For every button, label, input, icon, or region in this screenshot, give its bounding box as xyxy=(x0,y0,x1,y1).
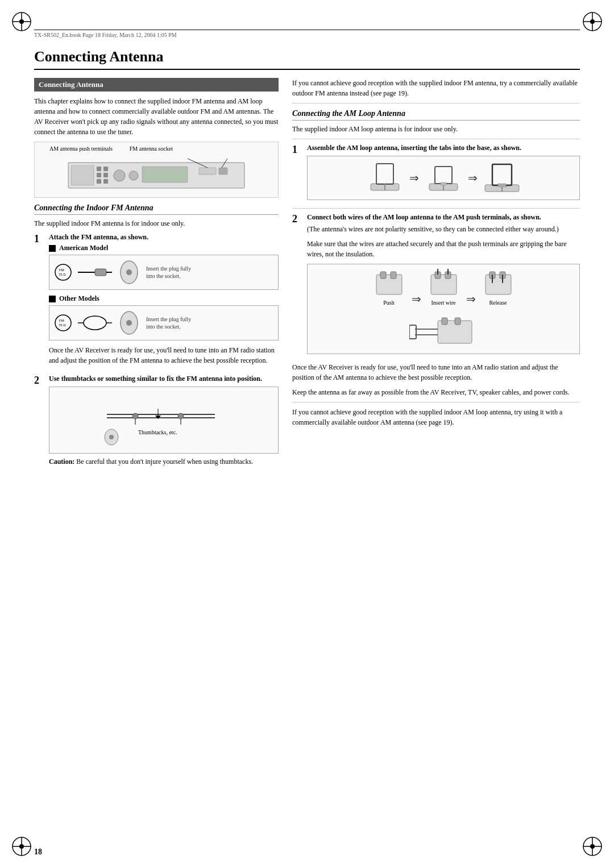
svg-point-49 xyxy=(132,413,138,419)
svg-text:Thumbtacks, etc.: Thumbtacks, etc. xyxy=(138,429,177,435)
svg-rect-71 xyxy=(391,272,396,279)
insert-wire-item: Insert wire xyxy=(428,269,459,306)
caution-bold: Caution: xyxy=(49,458,74,466)
am-step-1-number: 1 xyxy=(292,144,302,156)
right-intro-text: If you cannot achieve good reception wit… xyxy=(292,78,580,98)
black-square-american xyxy=(49,245,56,252)
svg-rect-28 xyxy=(219,168,227,175)
american-caption: Insert the plug fully into the socket. xyxy=(146,265,191,280)
step-1-number: 1 xyxy=(34,233,44,246)
am-loop-partial xyxy=(424,161,463,195)
svg-rect-68 xyxy=(498,184,506,187)
svg-rect-18 xyxy=(97,167,101,171)
step-1-content: Attach the FM antenna, as shown. America… xyxy=(49,233,279,370)
insert-wire-label: Insert wire xyxy=(431,300,455,306)
step-1-fm: 1 Attach the FM antenna, as shown. Ameri… xyxy=(34,233,279,370)
svg-text:75 Ω: 75 Ω xyxy=(59,323,66,327)
push-arrow: ⇒ xyxy=(412,292,421,306)
corner-mark-br xyxy=(581,835,604,858)
am-push-diagram: Push ⇒ xyxy=(307,264,580,354)
am-section-title: Connecting the AM Loop Antenna xyxy=(292,109,580,121)
am-step-2-note2: Make sure that the wires are attached se… xyxy=(307,239,580,259)
am-step-1: 1 Assemble the AM loop antenna, insertin… xyxy=(292,144,580,203)
assemble-arrow-2: ⇒ xyxy=(468,171,478,185)
svg-point-57 xyxy=(109,435,114,439)
push-svg xyxy=(374,269,405,297)
svg-rect-27 xyxy=(199,168,216,175)
am-intro-text: The supplied indoor AM loop antenna is f… xyxy=(292,124,580,134)
two-column-layout: Connecting Antenna This chapter explains… xyxy=(34,78,580,471)
step-2-content: Use thumbtacks or something similar to f… xyxy=(49,375,279,467)
step1-after-text: Once the AV Receiver is ready for use, y… xyxy=(49,345,279,366)
svg-rect-64 xyxy=(441,182,446,185)
am-footer-divider xyxy=(292,402,580,402)
american-model-text: American Model xyxy=(59,244,108,252)
am-connected-svg xyxy=(409,309,478,349)
fm-cable-icon-american: FM 75 Ω xyxy=(54,263,72,281)
svg-point-25 xyxy=(129,171,138,180)
fm-intro-text: The supplied indoor FM antenna is for in… xyxy=(34,218,279,229)
american-model-label: American Model xyxy=(49,244,279,252)
am-terminal-label: AM antenna push terminals xyxy=(49,146,113,152)
svg-point-38 xyxy=(126,269,132,275)
svg-point-24 xyxy=(114,170,125,181)
am-step-2-content: Connect both wires of the AM loop antenn… xyxy=(307,213,580,358)
thumbtack-diagram: Thumbtacks, etc. xyxy=(49,387,279,454)
insert-wire-svg xyxy=(428,269,459,297)
release-item: Release xyxy=(483,269,514,306)
black-square-other xyxy=(49,296,56,302)
connecting-antenna-header: Connecting Antenna xyxy=(34,78,279,92)
am-step-1-title: Assemble the AM loop antenna, inserting … xyxy=(307,144,580,152)
right-divider xyxy=(292,103,580,103)
caution-text: Caution: Be careful that you don't injur… xyxy=(49,457,279,467)
assemble-arrow-1: ⇒ xyxy=(409,171,419,185)
am-footer-text: If you cannot achieve good reception wit… xyxy=(292,407,580,427)
am-assemble-diagram: ⇒ ⇒ xyxy=(307,156,580,200)
svg-rect-23 xyxy=(103,179,108,184)
page-number: 18 xyxy=(34,848,42,857)
caution-rest: Be careful that you don't injure yoursel… xyxy=(74,458,253,466)
svg-marker-54 xyxy=(155,416,161,419)
push-item: Push xyxy=(374,269,405,306)
header-bar: TX-SR502_En.book Page 18 Friday, March 1… xyxy=(34,30,580,38)
fm-section-title: Connecting the Indoor FM Antenna xyxy=(34,203,279,215)
svg-rect-84 xyxy=(455,318,460,325)
svg-rect-70 xyxy=(380,272,386,279)
am-after-text1: Once the AV Receiver is ready for use, y… xyxy=(292,362,580,383)
release-svg xyxy=(483,269,514,297)
svg-rect-87 xyxy=(409,325,416,339)
am-step-2-number: 2 xyxy=(292,213,302,226)
am-step-2-note1: (The antenna's wires are not polarity se… xyxy=(307,224,580,234)
am-divider xyxy=(292,139,580,139)
corner-mark-tr xyxy=(581,10,604,33)
svg-rect-26 xyxy=(142,167,188,182)
svg-point-31 xyxy=(55,264,71,280)
svg-point-46 xyxy=(126,320,132,326)
am-step-2-title: Connect both wires of the AM loop antenn… xyxy=(307,213,580,222)
svg-rect-20 xyxy=(97,179,101,184)
step-1-title: Attach the FM antenna, as shown. xyxy=(49,233,279,242)
am-step-1-content: Assemble the AM loop antenna, inserting … xyxy=(307,144,580,203)
fm-coax-cable-american xyxy=(78,263,112,281)
svg-point-42 xyxy=(84,316,106,330)
step-2-number: 2 xyxy=(34,375,44,387)
am-step-2: 2 Connect both wires of the AM loop ante… xyxy=(292,213,580,358)
page-title: Connecting Antenna xyxy=(34,48,580,70)
fm-folded-dipole xyxy=(78,314,112,332)
svg-point-39 xyxy=(55,315,71,331)
release-arrow: ⇒ xyxy=(466,292,476,306)
am-loop-assembled xyxy=(482,161,522,195)
corner-mark-tl xyxy=(10,10,33,33)
right-column: If you cannot achieve good reception wit… xyxy=(292,78,580,471)
svg-rect-35 xyxy=(95,269,106,276)
fm-socket-icon-american xyxy=(118,259,140,286)
main-content: Connecting Antenna Connecting Antenna Th… xyxy=(34,48,580,834)
other-models-text: Other Models xyxy=(59,294,99,303)
svg-text:75 Ω: 75 Ω xyxy=(59,273,66,276)
corner-mark-bl xyxy=(10,835,33,858)
svg-rect-62 xyxy=(435,167,452,184)
svg-point-51 xyxy=(178,413,184,419)
fm-socket-label: FM antenna socket xyxy=(130,146,173,152)
push-label: Push xyxy=(383,300,394,306)
am-loop-base xyxy=(365,161,405,195)
